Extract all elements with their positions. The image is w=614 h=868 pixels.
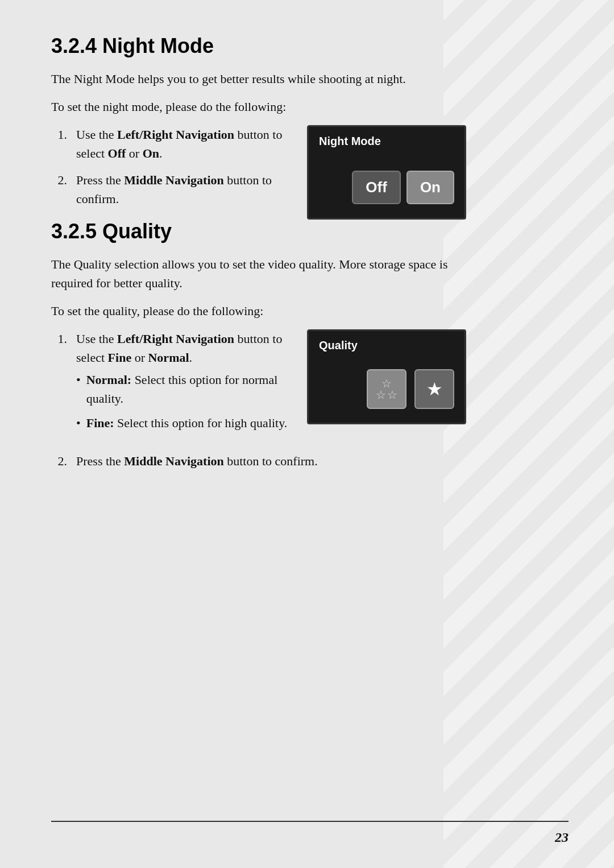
section-325-heading: 3.2.5 Quality — [51, 220, 466, 243]
list-item: 1. Use the Left/Right Navigation button … — [51, 329, 290, 438]
section-324-list: 1. Use the Left/Right Navigation button … — [51, 125, 290, 208]
list-item-text: Use the Left/Right Navigation button to … — [76, 125, 290, 163]
list-num: 2. — [51, 452, 67, 470]
page-number: 23 — [555, 830, 569, 845]
star-outline-icon: ☆ — [376, 389, 386, 400]
sub-bullet-list: Normal: Select this option for normal qu… — [76, 370, 290, 432]
list-num: 1. — [51, 125, 67, 163]
off-button[interactable]: Off — [352, 171, 401, 204]
section-325-content: 1. Use the Left/Right Navigation button … — [51, 329, 466, 446]
fine-quality-btn[interactable]: ★ — [414, 369, 454, 409]
bullet-label: Fine: Select this option for high qualit… — [86, 414, 288, 432]
bullet-item: Normal: Select this option for normal qu… — [76, 370, 290, 408]
section-325: 3.2.5 Quality The Quality selection allo… — [51, 220, 466, 470]
list-num: 1. — [51, 329, 67, 438]
section-324-content: 1. Use the Left/Right Navigation button … — [51, 125, 466, 220]
star-outline-icon: ☆ — [381, 378, 392, 389]
screen-body: Off On — [309, 154, 464, 218]
on-button[interactable]: On — [406, 171, 454, 204]
screen-title: Night Mode — [309, 127, 464, 154]
quality-screen: Quality ☆ ☆ ☆ — [307, 329, 466, 424]
section-325-intro1: The Quality selection allows you to set … — [51, 255, 466, 292]
section-324-heading: 3.2.4 Night Mode — [51, 34, 466, 58]
section-325-intro2: To set the quality, please do the follow… — [51, 301, 466, 320]
list-item-text: Press the Middle Navigation button to co… — [76, 452, 466, 470]
night-mode-device: Night Mode Off On — [307, 125, 466, 220]
page-footer: 23 — [51, 821, 569, 845]
list-item-text: Use the Left/Right Navigation button to … — [76, 329, 290, 438]
bullet-label: Normal: Select this option for normal qu… — [86, 370, 290, 408]
section-324-intro1: The Night Mode helps you to get better r… — [51, 69, 466, 88]
list-num: 2. — [51, 171, 67, 208]
normal-quality-btn[interactable]: ☆ ☆ ☆ — [367, 369, 406, 409]
night-mode-screen: Night Mode Off On — [307, 125, 466, 220]
section-325-text-col: 1. Use the Left/Right Navigation button … — [51, 329, 290, 446]
star-row-bottom: ☆ ☆ — [376, 389, 397, 400]
quality-screen-body: ☆ ☆ ☆ ★ — [309, 358, 464, 423]
section-325-list-item2: 2. Press the Middle Navigation button to… — [51, 452, 466, 470]
star-filled-icon: ★ — [426, 380, 443, 398]
quality-device: Quality ☆ ☆ ☆ — [307, 329, 466, 424]
quality-screen-title: Quality — [309, 331, 464, 358]
star-row-top: ☆ — [381, 378, 392, 389]
section-325-list: 1. Use the Left/Right Navigation button … — [51, 329, 290, 438]
section-324-intro2: To set the night mode, please do the fol… — [51, 97, 466, 116]
star-outline-icon: ☆ — [387, 389, 397, 400]
normal-stars-icon: ☆ ☆ ☆ — [376, 378, 397, 400]
list-item: 1. Use the Left/Right Navigation button … — [51, 125, 290, 163]
list-item: 2. Press the Middle Navigation button to… — [51, 171, 290, 208]
list-item: 2. Press the Middle Navigation button to… — [51, 452, 466, 470]
list-item-text: Press the Middle Navigation button to co… — [76, 171, 290, 208]
bullet-item: Fine: Select this option for high qualit… — [76, 414, 290, 432]
section-324-text-col: 1. Use the Left/Right Navigation button … — [51, 125, 290, 216]
